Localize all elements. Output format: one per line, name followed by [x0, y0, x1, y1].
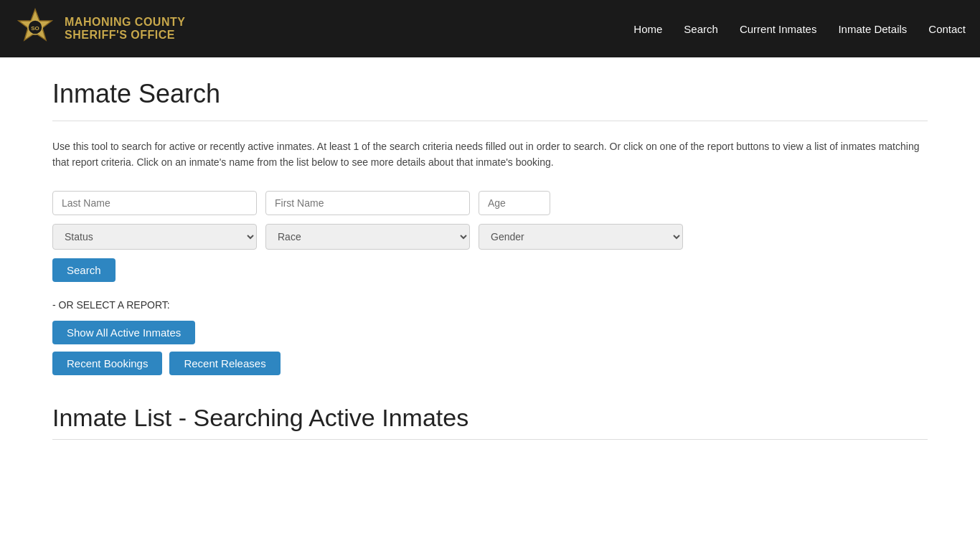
- nav-link-current-inmates[interactable]: Current Inmates: [740, 23, 817, 35]
- search-button[interactable]: Search: [52, 258, 116, 282]
- report-label: - OR SELECT A REPORT:: [52, 299, 928, 311]
- nav-title-line1: MAHONING COUNTY: [65, 16, 185, 29]
- nav-item-home[interactable]: Home: [633, 23, 662, 35]
- race-select[interactable]: Race: [265, 224, 470, 250]
- section-divider: [52, 439, 928, 440]
- inmate-list-title: Inmate List - Searching Active Inmates: [52, 404, 928, 432]
- report-section: - OR SELECT A REPORT: Show All Active In…: [52, 299, 928, 375]
- nav-brand[interactable]: SO MAHONING COUNTY SHERIFF'S OFFICE: [14, 8, 185, 50]
- last-name-input[interactable]: [52, 191, 257, 215]
- form-row-names: [52, 191, 928, 215]
- title-divider: [52, 121, 928, 121]
- nav-link-search[interactable]: Search: [684, 23, 718, 35]
- description-text: Use this tool to search for active or re…: [52, 138, 928, 171]
- recent-buttons-row: Recent Bookings Recent Releases: [52, 352, 928, 375]
- nav-title-line2: SHERIFF'S OFFICE: [65, 29, 185, 42]
- form-row-selects: Status Race Gender: [52, 224, 928, 250]
- show-all-active-button[interactable]: Show All Active Inmates: [52, 321, 195, 344]
- search-form: Status Race Gender Search: [52, 191, 928, 282]
- nav-title-block: MAHONING COUNTY SHERIFF'S OFFICE: [65, 16, 185, 42]
- gender-select[interactable]: Gender: [479, 224, 683, 250]
- search-button-row: Search: [52, 258, 928, 282]
- navbar: SO MAHONING COUNTY SHERIFF'S OFFICE Home…: [0, 0, 980, 57]
- inmate-list-section: Inmate List - Searching Active Inmates: [52, 404, 928, 440]
- nav-item-current-inmates[interactable]: Current Inmates: [740, 23, 817, 35]
- nav-link-home[interactable]: Home: [633, 23, 662, 35]
- age-input[interactable]: [479, 191, 550, 215]
- recent-releases-button[interactable]: Recent Releases: [169, 352, 280, 375]
- show-all-row: Show All Active Inmates: [52, 321, 928, 344]
- nav-link-contact[interactable]: Contact: [928, 23, 966, 35]
- nav-item-inmate-details[interactable]: Inmate Details: [838, 23, 907, 35]
- svg-text:SO: SO: [31, 25, 39, 32]
- first-name-input[interactable]: [265, 191, 470, 215]
- nav-links: Home Search Current Inmates Inmate Detai…: [633, 23, 966, 35]
- nav-item-contact[interactable]: Contact: [928, 23, 966, 35]
- sheriff-badge-icon: SO: [14, 8, 56, 50]
- nav-link-inmate-details[interactable]: Inmate Details: [838, 23, 907, 35]
- report-buttons-row: Show All Active Inmates Recent Bookings …: [52, 321, 928, 375]
- page-title: Inmate Search: [52, 79, 928, 109]
- nav-item-search[interactable]: Search: [684, 23, 718, 35]
- recent-bookings-button[interactable]: Recent Bookings: [52, 352, 162, 375]
- main-content: Inmate Search Use this tool to search fo…: [38, 57, 942, 461]
- status-select[interactable]: Status: [52, 224, 257, 250]
